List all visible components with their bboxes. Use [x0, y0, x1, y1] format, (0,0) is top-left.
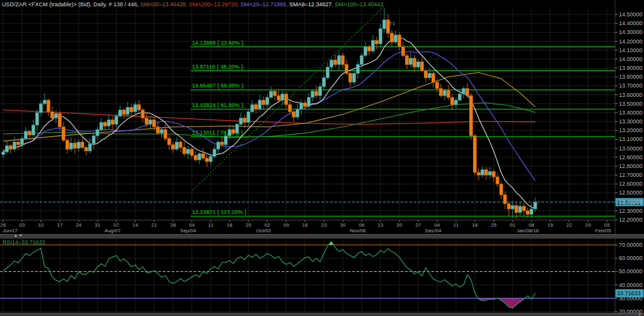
- candle: [477, 172, 480, 175]
- candle: [338, 55, 341, 64]
- price-axis-label: 12.80000: [619, 163, 643, 169]
- candle: [160, 130, 164, 133]
- candle: [330, 60, 333, 67]
- candle: [308, 98, 311, 106]
- candle: [43, 100, 47, 104]
- candle: [206, 158, 209, 162]
- price-axis-label: 13.40000: [619, 110, 643, 116]
- price-axis-label: 14.20000: [619, 38, 643, 45]
- candle: [462, 89, 465, 94]
- week-label: 21: [152, 222, 157, 228]
- rsi-pane[interactable]: RSI14=33.7163370.0000060.0000050.0000040…: [0, 239, 644, 313]
- candle: [409, 58, 413, 64]
- time-axis[interactable]: 2603101724310714212804111825020916233006…: [1, 220, 611, 234]
- price-axis-label: 12.90000: [619, 154, 643, 161]
- fibonacci-levels[interactable]: 14.13888 ( 23.60% )13.87110 ( 38.20% )13…: [191, 40, 615, 217]
- candle: [296, 109, 299, 117]
- week-label: 23: [321, 222, 327, 228]
- chart-title: USD/ZAR <FXCM (tradable)> (Bid), Daily, …: [2, 1, 384, 8]
- candle: [383, 20, 386, 29]
- price-axis-label: 13.30000: [619, 118, 643, 125]
- price-axis-label: 13.20000: [619, 127, 643, 133]
- candle: [21, 138, 24, 145]
- candle: [274, 91, 277, 96]
- candle: [28, 132, 31, 135]
- week-label: 13: [378, 222, 384, 228]
- candle: [119, 110, 122, 116]
- candle: [209, 156, 213, 162]
- price-axis-label: 13.50000: [619, 101, 643, 107]
- month-label: Sep/04: [180, 228, 196, 234]
- trendline-label: T1: [389, 21, 396, 26]
- price-axis-label: 13.60000: [619, 92, 643, 98]
- close-icon[interactable]: ✕: [638, 312, 641, 316]
- price-axis-label: 12.30000: [619, 208, 643, 214]
- week-label: 03: [19, 222, 25, 228]
- candle: [183, 147, 186, 154]
- candle: [172, 145, 175, 149]
- candle: [523, 206, 526, 211]
- candle: [74, 143, 77, 149]
- candle: [304, 103, 307, 106]
- candle: [126, 107, 130, 114]
- rsi-axis[interactable]: 70.0000060.0000050.0000040.0000030.00000…: [615, 242, 643, 313]
- candle: [108, 120, 111, 126]
- bottom-separator: ✕: [0, 313, 644, 316]
- candle: [492, 171, 496, 177]
- price-axis-label: 12.70000: [619, 172, 643, 178]
- price-axis-label: 14.40000: [619, 20, 643, 26]
- candle: [134, 104, 137, 111]
- candle: [515, 205, 518, 212]
- candle: [417, 62, 420, 67]
- chart-title-segment: SMA100=13.40442: [335, 1, 383, 8]
- trendline[interactable]: [192, 5, 386, 190]
- candle: [443, 90, 447, 96]
- week-label: 27: [416, 222, 421, 228]
- main-chart[interactable]: 14.13888 ( 23.60% )13.87110 ( 38.20% )13…: [0, 0, 644, 234]
- week-label: 08: [529, 222, 535, 228]
- candle: [500, 184, 503, 195]
- candle: [187, 149, 190, 154]
- candle: [168, 138, 171, 145]
- candle: [25, 132, 28, 138]
- rsi-gridlines: [0, 239, 615, 313]
- week-label: 26: [1, 222, 6, 228]
- price-axis-label: 14.50000: [619, 11, 643, 18]
- candle: [236, 124, 239, 133]
- candle: [402, 47, 405, 55]
- candle: [341, 55, 345, 64]
- month-label: Jun/17: [3, 228, 18, 234]
- week-label: 02: [265, 222, 270, 228]
- candle: [6, 145, 9, 152]
- price-axis[interactable]: 14.5000014.4000014.3000014.2000014.10000…: [615, 11, 643, 223]
- candle: [217, 142, 220, 149]
- candle: [89, 144, 92, 151]
- price-axis-label: 14.30000: [619, 29, 643, 35]
- fib-label: 13.43824 ( 61.80% ): [192, 102, 243, 108]
- pane-separator[interactable]: ▲▼: [0, 234, 644, 239]
- week-label: 07: [114, 222, 119, 228]
- fib-label: 14.13888 ( 23.60% ): [192, 40, 243, 46]
- candle: [451, 98, 454, 104]
- candle: [372, 40, 375, 51]
- candle: [489, 171, 492, 175]
- candle: [251, 104, 254, 111]
- candle: [413, 58, 416, 67]
- chart-title-segment: USD/ZAR <FXCM (tradable)> (Bid), Daily, …: [2, 1, 140, 8]
- candle: [391, 33, 394, 42]
- candle: [436, 82, 439, 89]
- collapse-pane-buttons[interactable]: ▲▼: [14, 234, 24, 237]
- week-label: 09: [284, 222, 289, 228]
- candle: [394, 35, 397, 42]
- candle: [130, 107, 133, 111]
- week-label: 24: [76, 222, 82, 228]
- sma200-line: [3, 110, 535, 125]
- candle: [432, 74, 435, 82]
- candle: [470, 96, 473, 136]
- candle: [375, 40, 379, 44]
- candle: [508, 203, 511, 209]
- candle: [240, 118, 243, 124]
- price-axis-label: 13.80000: [619, 74, 643, 80]
- candle: [428, 74, 431, 78]
- candle: [225, 136, 228, 145]
